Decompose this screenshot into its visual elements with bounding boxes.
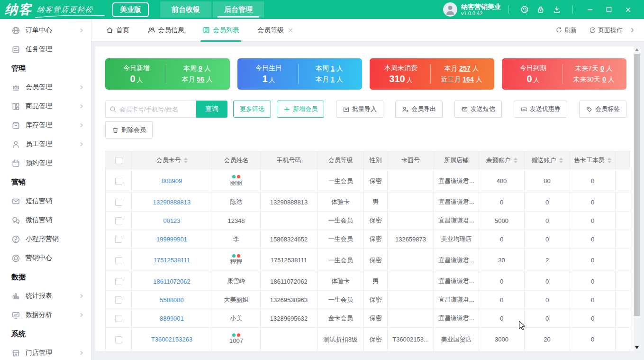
cell-store: 宜昌谦谦君... — [434, 169, 479, 193]
sidebar-item-9[interactable]: 短信营销 — [0, 192, 91, 211]
sort-icon[interactable] — [608, 157, 611, 163]
member-card-link[interactable]: T36002153263 — [151, 336, 192, 343]
sidebar-item-5[interactable]: 库存管理 — [0, 116, 91, 135]
stat-sub-value[interactable]: 56 — [197, 75, 204, 83]
sidebar-item-17[interactable]: 门店管理 — [0, 343, 91, 360]
member-card-link[interactable]: 18611072062 — [153, 278, 190, 285]
refresh-button[interactable]: 刷新 — [555, 26, 577, 35]
sort-icon[interactable] — [514, 157, 517, 163]
chevron-right-icon[interactable] — [629, 27, 635, 33]
support-icon[interactable] — [517, 1, 533, 18]
search-input[interactable] — [119, 106, 192, 113]
toolbar-button-4[interactable]: 发送短信 — [454, 101, 502, 118]
close-button[interactable] — [618, 0, 637, 19]
page-ops-button[interactable]: 页面操作 — [589, 26, 623, 35]
row-checkbox[interactable] — [115, 236, 122, 243]
stat-sub-value[interactable]: 164 — [463, 75, 473, 83]
cell-level: 体验卡 — [317, 272, 364, 291]
cell-fee: 0 — [570, 249, 616, 272]
avatar[interactable] — [443, 2, 457, 17]
tab-0[interactable]: 首页 — [106, 19, 129, 42]
sidebar-item-10[interactable]: 微信营销 — [0, 211, 91, 230]
r2-button-0[interactable]: 删除会员 — [105, 121, 153, 138]
toolbar-button-3[interactable]: 会员导出 — [395, 101, 443, 118]
download-icon[interactable] — [549, 1, 565, 18]
column-header-7[interactable]: 余额账户 — [479, 151, 525, 169]
maximize-button[interactable] — [599, 0, 618, 19]
stat-sub-value[interactable]: 9 — [199, 65, 202, 72]
stat-sub-value[interactable]: 257 — [459, 65, 470, 72]
scroll-down-button[interactable] — [634, 344, 640, 351]
tab-2[interactable]: 会员列表 — [202, 19, 239, 42]
cell-card_face — [388, 291, 434, 309]
sidebar-item-15[interactable]: 数据分析 — [0, 305, 91, 324]
scrollbar-thumb[interactable] — [634, 54, 640, 316]
sidebar-item-0[interactable]: 订单中心 — [0, 21, 91, 40]
toolbar-button-5[interactable]: 发送优惠券 — [514, 101, 567, 118]
lock-icon[interactable] — [533, 1, 549, 18]
row-checkbox[interactable] — [115, 315, 122, 322]
sidebar-item-11[interactable]: 小程序营销 — [0, 230, 91, 249]
card-divider — [562, 64, 563, 84]
header-tab-0[interactable]: 前台收银 — [160, 1, 211, 18]
sidebar-item-4[interactable]: 商品管理 — [0, 97, 91, 116]
import-icon — [343, 106, 352, 113]
tab-1[interactable]: 会员信息 — [147, 19, 184, 42]
stat-main: 今日生日1人 — [244, 64, 293, 84]
row-checkbox[interactable] — [115, 296, 122, 304]
toolbar-button-2[interactable]: 批量导入 — [336, 101, 383, 118]
toolbar-button-0[interactable]: 更多筛选 — [233, 101, 271, 118]
member-card-link[interactable]: 199999901 — [156, 236, 187, 243]
cell-store: 宜昌谦谦君... — [434, 309, 479, 328]
close-tab-icon[interactable]: ✕ — [288, 27, 293, 34]
cell-name: 陈浩 — [212, 193, 261, 212]
member-card-link[interactable]: 00123 — [163, 217, 180, 224]
goods-icon — [11, 102, 20, 111]
member-card-link[interactable]: 8899001 — [160, 315, 184, 322]
sidebar-item-7[interactable]: 预约管理 — [0, 154, 91, 173]
sort-icon[interactable] — [559, 157, 563, 163]
sidebar-item-12[interactable]: 营销中心 — [0, 249, 91, 268]
row-checkbox[interactable] — [115, 217, 122, 224]
sidebar-section: 数据 — [0, 268, 91, 286]
stat-title: 今日到期 — [508, 64, 558, 73]
row-checkbox[interactable] — [115, 178, 122, 185]
cell-level: 一生会员 — [317, 212, 364, 230]
sidebar-item-1[interactable]: 任务管理 — [0, 40, 91, 59]
stat-sub-value[interactable]: 0 — [600, 65, 604, 72]
column-header-9[interactable]: 售卡工本费 — [570, 151, 616, 169]
row-checkbox[interactable] — [115, 199, 122, 206]
select-all-checkbox[interactable] — [115, 157, 122, 164]
member-card-link[interactable]: 808909 — [162, 177, 182, 185]
header-tab-1[interactable]: 后台管理 — [213, 1, 264, 18]
member-card-link[interactable]: 17512538111 — [154, 257, 190, 264]
toolbar-button-1[interactable]: 新增会员 — [277, 101, 324, 118]
cell-fee: 0 — [570, 272, 616, 291]
cell-gender: 男 — [364, 272, 388, 291]
column-header-8[interactable]: 赠送账户 — [525, 151, 570, 169]
stat-sub-value[interactable]: 1 — [331, 65, 335, 72]
search-button[interactable]: 查询 — [196, 101, 227, 118]
stat-value: 1 — [262, 74, 267, 84]
column-header-0[interactable]: 会员卡号 — [132, 151, 212, 169]
table-row-3: 199999901李15868324652一生会员保密132659873美业均瑶… — [106, 230, 630, 249]
minimize-button[interactable] — [581, 0, 599, 19]
stat-sub-value[interactable]: 1 — [331, 75, 335, 83]
stat-sub-value[interactable]: 0 — [602, 75, 606, 83]
scroll-up-button[interactable] — [634, 46, 640, 53]
member-card-link[interactable]: 13290888813 — [153, 199, 191, 206]
stat-sub-row: 本周9人 — [183, 65, 211, 73]
sort-icon[interactable] — [184, 157, 188, 163]
card-divider — [430, 64, 431, 84]
sidebar-item-label: 订单中心 — [26, 26, 79, 35]
toolbar-row-1: 查询 更多筛选新增会员批量导入会员导出发送短信发送优惠券会员标签 — [105, 101, 626, 118]
tab-3[interactable]: 会员等级✕ — [257, 19, 293, 42]
row-checkbox[interactable] — [115, 257, 122, 264]
sidebar-item-3[interactable]: 会员管理 — [0, 78, 91, 97]
sidebar-item-14[interactable]: 统计报表 — [0, 286, 91, 305]
row-checkbox[interactable] — [115, 278, 122, 285]
toolbar-button-6[interactable]: 会员标签 — [579, 101, 626, 118]
sidebar-item-6[interactable]: 员工管理 — [0, 135, 91, 154]
row-checkbox[interactable] — [115, 336, 122, 343]
member-card-link[interactable]: 5588080 — [160, 296, 184, 304]
